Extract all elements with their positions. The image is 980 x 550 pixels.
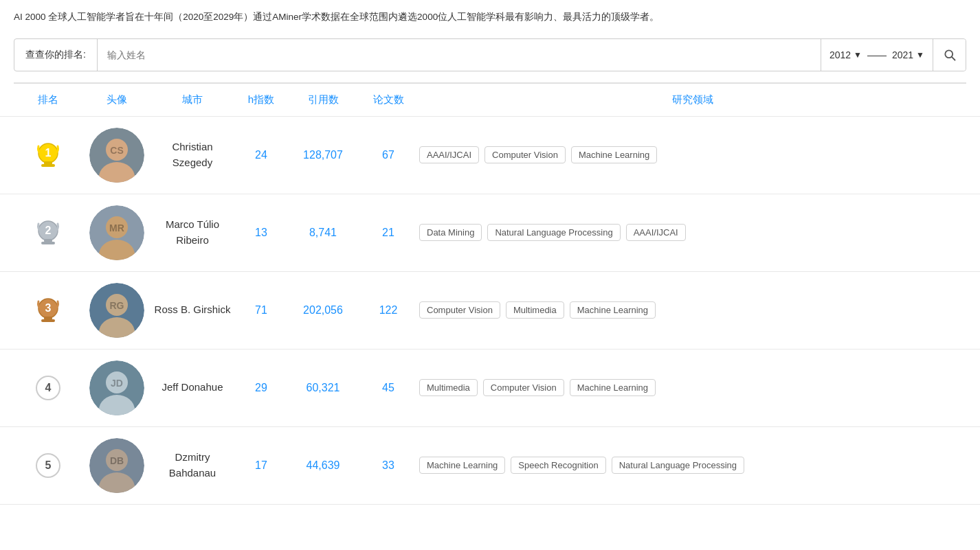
- cell-research: Data MiningNatural Language ProcessingAA…: [419, 224, 966, 241]
- research-tag: Data Mining: [419, 224, 482, 241]
- col-citations: 引用数: [289, 93, 357, 106]
- cell-citations: 128,707: [289, 149, 357, 161]
- cell-hindex: 24: [234, 149, 289, 161]
- svg-text:2: 2: [45, 225, 52, 236]
- table-row: 3 RG Ross B. Girshick 71 202,056 122 Com…: [0, 272, 980, 350]
- cell-papers: 45: [357, 382, 419, 394]
- svg-line-1: [951, 57, 955, 60]
- cell-avatar: MR: [82, 205, 151, 260]
- svg-text:DB: DB: [110, 455, 124, 466]
- rank-number: 4: [36, 376, 60, 400]
- cell-citations: 44,639: [289, 459, 357, 472]
- svg-text:RG: RG: [110, 300, 124, 311]
- table-row: 4 JD Jeff Donahue 29 60,321 45 Multimedi…: [0, 350, 980, 427]
- cell-rank: 1: [14, 134, 82, 176]
- svg-rect-14: [41, 242, 55, 244]
- research-tag: Speech Recognition: [511, 457, 605, 474]
- cell-citations: 8,741: [289, 227, 357, 239]
- research-tag: Multimedia: [419, 379, 478, 396]
- cell-rank: 3: [14, 289, 82, 331]
- search-button[interactable]: [933, 39, 966, 71]
- svg-text:CS: CS: [110, 145, 123, 156]
- year-start-select[interactable]: 2012 ▼: [829, 49, 862, 60]
- research-tag: Computer Vision: [419, 301, 500, 319]
- research-tag: Multimedia: [506, 301, 564, 319]
- trophy-bronze-icon: 3: [30, 289, 66, 331]
- research-tag: AAAI/IJCAI: [419, 146, 479, 163]
- cell-name[interactable]: Marco TúlioRibeiro: [151, 217, 234, 248]
- table-row: 5 DB DzmitryBahdanau 17 44,639 33 Machin…: [0, 427, 980, 505]
- col-papers: 论文数: [357, 93, 419, 106]
- year-dash: ——: [867, 49, 887, 60]
- cell-avatar: JD: [82, 360, 151, 415]
- svg-text:3: 3: [45, 302, 52, 314]
- rank-number: 5: [36, 453, 60, 478]
- research-tag: Computer Vision: [485, 146, 566, 163]
- cell-hindex: 71: [234, 304, 289, 317]
- cell-rank: 4: [14, 376, 82, 400]
- cell-name[interactable]: Christian Szegedy: [151, 139, 234, 170]
- research-tag: Machine Learning: [570, 301, 656, 319]
- chevron-down-icon-2: ▼: [916, 50, 924, 60]
- table-header: 排名 头像 城市 h指数 引用数 论文数 研究领域: [0, 84, 980, 117]
- cell-rank: 5: [14, 453, 82, 478]
- avatar-image: JD: [89, 360, 144, 415]
- trophy-gold-icon: 1: [30, 134, 66, 176]
- svg-text:1: 1: [45, 147, 52, 159]
- cell-avatar: CS: [82, 128, 151, 183]
- avatar-image: RG: [89, 283, 144, 338]
- cell-hindex: 17: [234, 459, 289, 472]
- cell-papers: 21: [357, 227, 419, 239]
- svg-text:MR: MR: [109, 222, 124, 233]
- research-tag: Natural Language Processing: [612, 457, 744, 474]
- cell-citations: 60,321: [289, 382, 357, 394]
- col-rank: 排名: [14, 93, 82, 106]
- search-icon: [943, 48, 957, 62]
- cell-avatar: RG: [82, 283, 151, 338]
- col-hindex: h指数: [234, 93, 289, 106]
- avatar-image: MR: [89, 205, 144, 260]
- research-tag: Machine Learning: [570, 379, 656, 396]
- table-row: 2 MR Marco TúlioRibeiro 13 8,741 21 Data…: [0, 194, 980, 272]
- chevron-down-icon: ▼: [854, 50, 862, 60]
- research-tag: Machine Learning: [571, 146, 657, 163]
- cell-hindex: 13: [234, 227, 289, 239]
- cell-papers: 33: [357, 459, 419, 472]
- cell-research: Machine LearningSpeech RecognitionNatura…: [419, 457, 966, 474]
- svg-rect-5: [41, 164, 55, 167]
- cell-name[interactable]: Jeff Donahue: [151, 380, 234, 396]
- avatar-image: DB: [89, 438, 144, 493]
- search-bar: 查查你的排名: 2012 ▼ —— 2021 ▼: [14, 38, 966, 71]
- search-label: 查查你的排名:: [14, 39, 98, 71]
- cell-citations: 202,056: [289, 304, 357, 317]
- col-research: 研究领域: [419, 93, 966, 106]
- col-city: 城市: [151, 93, 234, 106]
- cell-papers: 122: [357, 304, 419, 317]
- research-tag: AAAI/IJCAI: [626, 224, 686, 241]
- svg-text:JD: JD: [111, 378, 123, 389]
- cell-hindex: 29: [234, 382, 289, 394]
- cell-rank: 2: [14, 211, 82, 253]
- table-body: 1 CS Christian Szegedy 24 128,707 67 AAA…: [0, 117, 980, 505]
- year-end-select[interactable]: 2021 ▼: [892, 49, 924, 60]
- year-range: 2012 ▼ —— 2021 ▼: [821, 39, 933, 71]
- trophy-silver-icon: 2: [30, 211, 66, 253]
- cell-research: Computer VisionMultimediaMachine Learnin…: [419, 301, 966, 319]
- cell-research: MultimediaComputer VisionMachine Learnin…: [419, 379, 966, 396]
- svg-rect-23: [41, 319, 55, 322]
- cell-papers: 67: [357, 149, 419, 161]
- cell-research: AAAI/IJCAIComputer VisionMachine Learnin…: [419, 146, 966, 163]
- research-tag: Machine Learning: [419, 457, 505, 474]
- research-tag: Computer Vision: [483, 379, 564, 396]
- cell-name[interactable]: Ross B. Girshick: [151, 302, 234, 318]
- avatar-image: CS: [89, 128, 144, 183]
- cell-avatar: DB: [82, 438, 151, 493]
- cell-name[interactable]: DzmitryBahdanau: [151, 450, 234, 481]
- table-row: 1 CS Christian Szegedy 24 128,707 67 AAA…: [0, 117, 980, 194]
- page-description: AI 2000 全球人工智能学者旨在十年间（2020至2029年）通过AMine…: [0, 0, 980, 32]
- search-input[interactable]: [98, 39, 821, 71]
- research-tag: Natural Language Processing: [487, 224, 620, 241]
- col-avatar: 头像: [82, 93, 151, 106]
- search-input-wrap: [98, 39, 821, 71]
